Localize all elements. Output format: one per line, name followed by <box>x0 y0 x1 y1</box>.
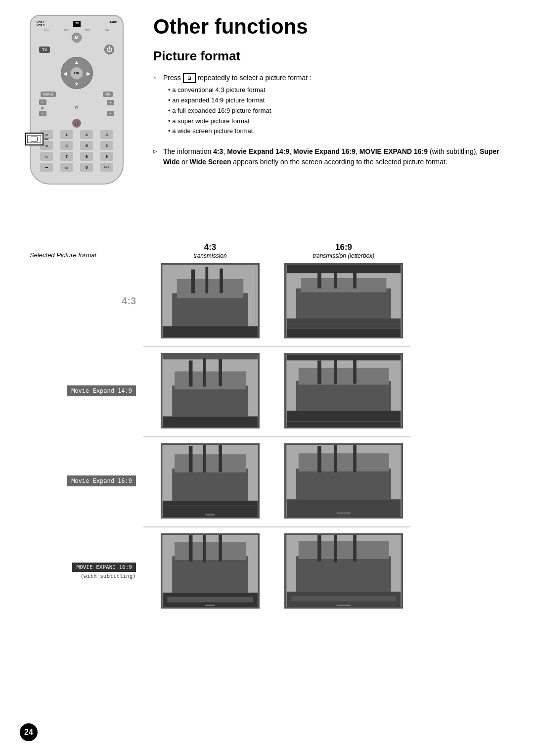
label-movieexpand-sub: (with subtitling) <box>80 573 136 579</box>
pf-button-inline: ⊡ <box>183 73 196 83</box>
svg-rect-28 <box>189 361 193 387</box>
separator-3 <box>143 526 410 527</box>
svg-rect-29 <box>203 358 206 387</box>
svg-rect-57 <box>317 446 321 472</box>
screen-movie169-169 <box>277 443 410 519</box>
svg-rect-59 <box>353 445 356 472</box>
format-row-43: 4:3 <box>30 263 524 338</box>
svg-rect-31 <box>163 417 258 427</box>
svg-rect-56 <box>299 453 389 472</box>
sub-item-1: a conventional 4:3 picture format <box>168 85 514 95</box>
sub-item-5: a wide screen picture format. <box>168 126 514 137</box>
svg-rect-6 <box>220 269 223 293</box>
instruction-list: Press ⊡ repeatedly to select a picture f… <box>153 73 514 137</box>
svg-rect-19 <box>353 268 356 288</box>
svg-rect-9 <box>163 327 258 337</box>
svg-rect-47 <box>189 446 193 472</box>
col2-header-ratio: 16:9 <box>277 242 410 252</box>
page-number: 24 <box>20 723 38 741</box>
label-movie149-text: Movie Expand 14:9 <box>67 385 136 396</box>
svg-rect-37 <box>296 381 391 413</box>
label-43: 4:3 <box>30 295 143 307</box>
svg-rect-48 <box>203 445 206 472</box>
page-title: Other functions <box>153 15 514 39</box>
col1-header: 4:3 transmission <box>143 242 277 259</box>
svg-rect-17 <box>317 269 321 288</box>
screen-43-43 <box>143 263 277 338</box>
section-title: Picture format <box>153 48 514 64</box>
format-row-movie149: Movie Expand 14:9 <box>30 353 524 428</box>
press-suffix: repeatedly to select a picture format : <box>198 74 312 82</box>
svg-rect-55 <box>296 469 391 504</box>
screen-movie169-43 <box>143 443 277 519</box>
remote-control-illustration: VCR 1 VCR 2 TV TAPE SAT CAP AMP CD M <box>30 15 138 185</box>
svg-rect-76 <box>317 535 321 562</box>
label-movie169: Movie Expand 16:9 <box>30 475 143 486</box>
label-43-text: 4:3 <box>122 295 136 307</box>
page: 24 VCR 1 VCR 2 TV TA <box>0 0 534 756</box>
col1-header-sub: transmission <box>143 252 277 259</box>
svg-rect-18 <box>334 266 337 288</box>
selected-format-label: Selected Picture format <box>30 251 96 259</box>
diagram-header: Selected Picture format 4:3 transmission… <box>30 242 524 259</box>
label-movieexpand-text: MOVIE EXPAND 16:9 <box>72 563 136 572</box>
svg-rect-81 <box>291 596 396 602</box>
svg-rect-78 <box>353 535 356 562</box>
screen-expand-43 <box>143 533 277 609</box>
svg-rect-30 <box>219 359 222 386</box>
svg-rect-34 <box>287 355 401 361</box>
svg-rect-20 <box>287 319 401 329</box>
svg-rect-74 <box>296 556 391 594</box>
screen-expand-169 <box>277 533 410 609</box>
instruction-item-1: Press ⊡ repeatedly to select a picture f… <box>153 73 514 137</box>
col1-header-ratio: 4:3 <box>143 242 277 252</box>
format-row-movie169: Movie Expand 16:9 <box>30 443 524 519</box>
svg-rect-62 <box>337 512 351 514</box>
svg-rect-41 <box>353 359 356 384</box>
svg-rect-49 <box>219 445 222 472</box>
diagram-label-header: Selected Picture format <box>30 250 143 259</box>
svg-rect-40 <box>334 358 337 384</box>
separator-1 <box>143 346 410 347</box>
screen-movie149-169 <box>277 353 410 428</box>
label-movie169-text: Movie Expand 16:9 <box>67 475 136 486</box>
svg-rect-46 <box>175 454 246 472</box>
svg-rect-16 <box>301 278 387 292</box>
main-content: Other functions Picture format Press ⊡ r… <box>153 15 514 172</box>
col2-header-sub: transmission (letterbox) <box>277 252 410 259</box>
svg-rect-67 <box>203 535 206 563</box>
diagram-area: Selected Picture format 4:3 transmission… <box>30 242 524 616</box>
svg-rect-66 <box>189 535 193 562</box>
press-label: Press <box>163 74 183 82</box>
svg-rect-3 <box>177 279 243 298</box>
svg-rect-5 <box>205 267 208 293</box>
col2-header: 16:9 transmission (letterbox) <box>277 242 410 259</box>
svg-rect-82 <box>337 605 351 606</box>
svg-rect-23 <box>163 355 258 360</box>
svg-rect-12 <box>287 265 401 273</box>
sub-item-4: a super wide picture format <box>168 116 514 127</box>
svg-rect-71 <box>168 597 253 603</box>
info-item: The information 4:3, Movie Expand 14:9, … <box>153 146 514 167</box>
svg-rect-38 <box>299 368 389 385</box>
svg-rect-75 <box>299 541 389 559</box>
svg-rect-26 <box>172 385 248 416</box>
svg-rect-42 <box>287 411 401 421</box>
svg-rect-72 <box>205 605 215 606</box>
remote-body: VCR 1 VCR 2 TV TAPE SAT CAP AMP CD M <box>30 15 124 185</box>
svg-rect-60 <box>287 499 401 517</box>
svg-rect-4 <box>191 270 195 293</box>
screen-43-169 <box>277 263 410 338</box>
label-movie149: Movie Expand 14:9 <box>30 385 143 396</box>
svg-rect-15 <box>296 288 391 319</box>
sub-item-2: an expanded 14:9 picture format <box>168 95 514 106</box>
pf-button-icon <box>25 133 44 145</box>
svg-rect-39 <box>317 361 321 384</box>
svg-rect-2 <box>172 293 248 327</box>
svg-rect-68 <box>219 535 222 562</box>
separator-2 <box>143 436 410 437</box>
sub-item-3: a full expanded 16:9 picture format <box>168 106 514 116</box>
svg-rect-58 <box>334 445 337 472</box>
svg-rect-45 <box>172 469 248 504</box>
svg-rect-64 <box>172 556 248 594</box>
